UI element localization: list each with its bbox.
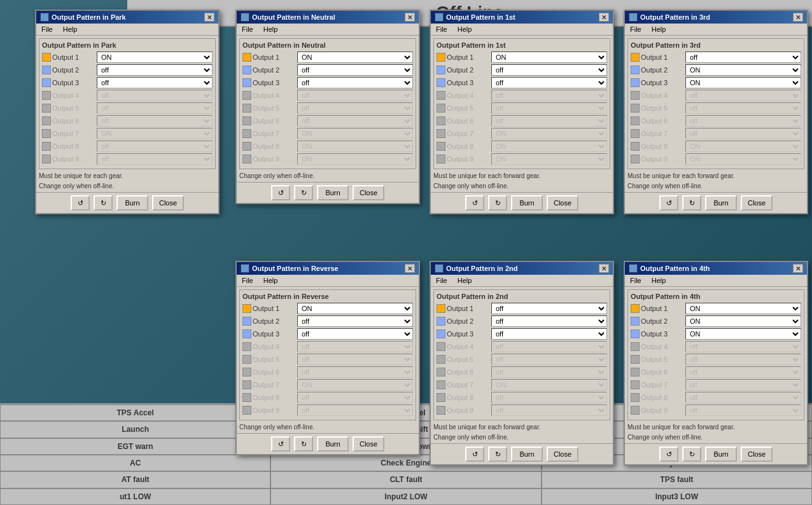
bottom-bar-cell[interactable]: EGT warn (0, 438, 270, 455)
bottom-bar-cell[interactable]: TPS fault (542, 471, 812, 488)
burn-btn-first[interactable]: Burn (511, 195, 543, 211)
redo-btn-park[interactable]: ↻ (94, 195, 113, 211)
close-title-btn-neutral[interactable]: ✕ (405, 13, 415, 22)
bottom-bar-cell[interactable]: Input3 LOW (542, 488, 812, 505)
bottom-bar-cell[interactable]: ut1 LOW (0, 488, 270, 505)
close-title-btn-first[interactable]: ✕ (599, 13, 609, 22)
undo-btn-neutral[interactable]: ↺ (271, 185, 290, 200)
burn-btn-park[interactable]: Burn (116, 195, 148, 211)
output-icon-2 (631, 329, 640, 338)
bottom-bar-cell[interactable]: Launch (0, 421, 270, 438)
dialog-neutral: Output Pattern in Neutral ✕ File Help Ou… (235, 10, 420, 204)
output-select-7: ONoff (297, 141, 413, 152)
output-select-2[interactable]: ONoff (297, 328, 413, 340)
output-select-1[interactable]: ONoff (297, 64, 413, 76)
redo-btn-first[interactable]: ↻ (488, 195, 507, 211)
output-icon-7 (42, 142, 51, 151)
close-btn-first[interactable]: Close (547, 195, 578, 211)
output-label-7: Output 8 (253, 142, 296, 150)
output-select-2[interactable]: ONoff (685, 77, 801, 88)
undo-btn-third[interactable]: ↺ (659, 195, 678, 211)
menu-help-first[interactable]: Help (455, 25, 475, 34)
bottom-bar-cell[interactable]: TPS Accel (0, 405, 270, 421)
output-label-5: Output 6 (641, 368, 684, 376)
burn-btn-neutral[interactable]: Burn (317, 185, 349, 200)
output-label-0: Output 1 (253, 53, 296, 61)
bottom-bar-cell[interactable]: AC (0, 455, 270, 471)
close-title-btn-third[interactable]: ✕ (793, 13, 803, 22)
burn-btn-third[interactable]: Burn (705, 195, 737, 211)
redo-btn-fourth[interactable]: ↻ (682, 446, 701, 462)
output-select-2[interactable]: ONoff (685, 328, 801, 340)
close-btn-third[interactable]: Close (741, 195, 773, 211)
menu-help-park[interactable]: Help (60, 25, 80, 34)
undo-btn-fourth[interactable]: ↺ (659, 446, 678, 462)
redo-btn-third[interactable]: ↻ (682, 195, 701, 211)
output-label-3: Output 4 (447, 92, 490, 99)
undo-btn-first[interactable]: ↺ (465, 195, 484, 211)
bottom-bar-cell[interactable]: CLT fault (270, 471, 541, 488)
menu-file-reverse[interactable]: File (239, 276, 256, 285)
menu-file-first[interactable]: File (433, 25, 450, 34)
undo-btn-park[interactable]: ↺ (71, 195, 90, 211)
output-select-2[interactable]: ONoff (491, 77, 607, 88)
burn-btn-reverse[interactable]: Burn (317, 436, 349, 452)
bottom-bar-cell[interactable]: AT fault (0, 471, 270, 488)
menu-help-third[interactable]: Help (649, 25, 669, 34)
output-select-0[interactable]: ONoff (685, 52, 801, 63)
output-select-0[interactable]: ONoff (297, 52, 413, 63)
close-title-btn-reverse[interactable]: ✕ (405, 264, 415, 273)
output-select-0[interactable]: ONoff (97, 52, 213, 63)
output-label-4: Output 5 (52, 104, 95, 112)
output-row-7: Output 8ONoff (631, 141, 801, 152)
close-btn-reverse[interactable]: Close (353, 436, 384, 452)
output-select-2[interactable]: ONoff (491, 328, 607, 340)
menu-file-neutral[interactable]: File (239, 25, 256, 34)
close-title-btn-fourth[interactable]: ✕ (793, 264, 803, 273)
output-row-3: Output 4ONoff (437, 90, 607, 101)
output-select-1[interactable]: ONoff (491, 64, 607, 76)
dialog-footer-park: ↺ ↻ Burn Close (36, 192, 218, 213)
bottom-bar-cell[interactable]: Input2 LOW (270, 488, 541, 505)
menu-file-park[interactable]: File (39, 25, 55, 34)
close-title-btn-park[interactable]: ✕ (204, 13, 214, 22)
output-select-0[interactable]: ONoff (491, 303, 607, 314)
close-btn-fourth[interactable]: Close (741, 446, 773, 462)
output-row-5: Output 6ONoff (437, 115, 607, 127)
output-select-1[interactable]: ONoff (491, 315, 607, 327)
close-btn-neutral[interactable]: Close (353, 185, 384, 200)
output-row-1: Output 2ONoff (631, 64, 801, 76)
redo-btn-second[interactable]: ↻ (488, 446, 507, 462)
redo-btn-reverse[interactable]: ↻ (294, 436, 313, 452)
output-select-4: ONoff (685, 102, 801, 114)
menu-help-reverse[interactable]: Help (261, 276, 281, 285)
output-label-5: Output 6 (641, 117, 684, 125)
menu-file-fourth[interactable]: File (627, 276, 644, 285)
menu-file-second[interactable]: File (433, 276, 450, 285)
output-label-2: Output 3 (641, 330, 684, 338)
output-select-2[interactable]: ONoff (97, 77, 213, 88)
menu-file-third[interactable]: File (627, 25, 644, 34)
undo-btn-reverse[interactable]: ↺ (271, 436, 290, 452)
dialog-title-neutral: Output Pattern in Neutral (252, 13, 335, 21)
redo-btn-neutral[interactable]: ↻ (294, 185, 313, 200)
output-select-1[interactable]: ONoff (685, 64, 801, 76)
close-btn-park[interactable]: Close (152, 195, 184, 211)
undo-btn-second[interactable]: ↺ (465, 446, 484, 462)
output-select-1[interactable]: ONoff (685, 315, 801, 327)
close-btn-second[interactable]: Close (547, 446, 578, 462)
output-select-2[interactable]: ONoff (297, 77, 413, 88)
close-title-btn-second[interactable]: ✕ (599, 264, 609, 273)
menu-help-neutral[interactable]: Help (261, 25, 281, 34)
output-select-0[interactable]: ONoff (685, 303, 801, 314)
menu-help-second[interactable]: Help (455, 276, 475, 285)
output-select-1[interactable]: ONoff (97, 64, 213, 76)
output-select-8: ONoff (297, 405, 413, 416)
menu-help-fourth[interactable]: Help (649, 276, 669, 285)
output-select-1[interactable]: ONoff (297, 315, 413, 327)
output-select-0[interactable]: ONoff (297, 303, 413, 314)
output-select-0[interactable]: ONoff (491, 52, 607, 63)
burn-btn-fourth[interactable]: Burn (705, 446, 737, 462)
output-select-6: ONoff (491, 128, 607, 139)
burn-btn-second[interactable]: Burn (511, 446, 543, 462)
